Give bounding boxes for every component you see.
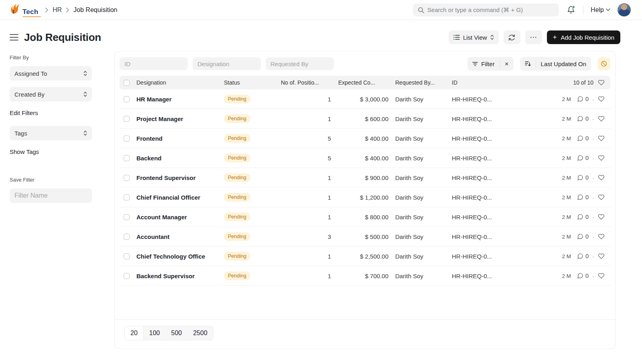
view-switcher-button[interactable]: List View — [449, 30, 499, 44]
sort-direction-button[interactable] — [520, 57, 536, 71]
app-logo[interactable]: Tech — [10, 3, 41, 17]
id-filter-input[interactable] — [120, 57, 188, 70]
table-row[interactable]: Accountant Pending 3 $ 500.00 Darith Soy… — [120, 227, 610, 247]
row-designation-link[interactable]: HR Manager — [136, 96, 224, 103]
column-header-status[interactable]: Status — [224, 79, 281, 86]
global-search[interactable] — [413, 4, 559, 16]
select-row-checkbox[interactable] — [124, 234, 130, 240]
column-header-id[interactable]: ID — [452, 79, 504, 86]
list-view-icon — [453, 34, 460, 40]
comment-icon — [577, 155, 583, 161]
select-row-checkbox[interactable] — [124, 155, 130, 161]
requested-by-filter-input[interactable] — [266, 57, 334, 70]
page-size-500[interactable]: 500 — [166, 326, 188, 340]
column-header-positions[interactable]: No of. Positio... — [281, 79, 331, 86]
tags-select[interactable]: Tags — [10, 126, 92, 140]
filter-button[interactable]: Filter — [467, 57, 499, 71]
row-comments-button[interactable]: 0 — [577, 115, 589, 122]
column-header-expected-cost[interactable]: Expected Co... — [331, 79, 388, 86]
search-input[interactable] — [427, 6, 554, 13]
row-expected-cost: $ 1,200.00 — [331, 194, 388, 201]
show-tags-link[interactable]: Show Tags — [10, 148, 39, 155]
row-requested-by: Darith Soy — [388, 273, 452, 279]
row-like-button[interactable] — [598, 194, 605, 200]
designation-filter-input[interactable] — [193, 57, 261, 70]
table-row[interactable]: HR Manager Pending 1 $ 3,000.00 Darith S… — [120, 89, 610, 109]
created-by-select[interactable]: Created By — [10, 87, 92, 101]
table-row[interactable]: Chief Technology Office Pending 1 $ 2,50… — [120, 247, 610, 266]
select-row-checkbox[interactable] — [124, 135, 130, 142]
row-comments-button[interactable]: 0 — [577, 253, 589, 259]
help-menu[interactable]: Help — [591, 6, 610, 14]
row-like-button[interactable] — [598, 96, 605, 102]
row-designation-link[interactable]: Backend — [136, 155, 224, 162]
notifications-button[interactable] — [566, 5, 576, 15]
more-actions-button[interactable]: ⋯ — [525, 30, 542, 44]
row-comments-button[interactable]: 0 — [577, 214, 589, 220]
row-designation-link[interactable]: Project Manager — [136, 115, 224, 122]
row-comments-button[interactable]: 0 — [577, 155, 589, 161]
row-like-button[interactable] — [598, 174, 605, 181]
filter-name-input[interactable] — [10, 188, 92, 203]
select-row-checkbox[interactable] — [124, 194, 130, 200]
refresh-button[interactable] — [504, 30, 520, 44]
row-designation-link[interactable]: Chief Technology Office — [136, 253, 224, 260]
row-comments-button[interactable]: 0 — [577, 273, 589, 279]
row-comments-button[interactable]: 0 — [577, 194, 589, 200]
page-size-2500[interactable]: 2500 — [187, 326, 213, 340]
list-footer: 20 100 500 2500 — [115, 319, 615, 348]
row-comments-button[interactable]: 0 — [577, 233, 589, 240]
page-size-20[interactable]: 20 — [125, 326, 144, 340]
row-comments-button[interactable]: 0 — [577, 174, 589, 181]
select-row-checkbox[interactable] — [124, 253, 130, 259]
list-filter-bar: Filter × Last Updated On — [115, 52, 615, 76]
breadcrumb-item-job-requisition[interactable]: Job Requisition — [73, 6, 117, 14]
table-row[interactable]: Project Manager Pending 1 $ 600.00 Darit… — [120, 109, 610, 129]
row-designation-link[interactable]: Account Manager — [136, 214, 224, 220]
table-row[interactable]: Chief Financial Officer Pending 1 $ 1,20… — [120, 188, 610, 207]
select-row-checkbox[interactable] — [124, 214, 130, 220]
row-designation-link[interactable]: Frontend — [136, 135, 224, 142]
select-row-checkbox[interactable] — [124, 96, 130, 102]
edit-filters-link[interactable]: Edit Filters — [10, 109, 38, 116]
select-row-checkbox[interactable] — [124, 116, 130, 122]
column-header-requested-by[interactable]: Requested By... — [388, 79, 452, 86]
add-job-requisition-button[interactable]: + Add Job Requisition — [547, 30, 620, 44]
clear-filter-button[interactable]: × — [500, 57, 514, 71]
row-like-button[interactable] — [598, 135, 605, 142]
status-badge: Pending — [224, 271, 250, 280]
row-comments-button[interactable]: 0 — [577, 135, 589, 142]
select-all-checkbox[interactable] — [124, 80, 130, 86]
sort-field-label: Last Updated On — [541, 61, 586, 67]
page-size-100[interactable]: 100 — [144, 326, 166, 340]
user-avatar[interactable] — [618, 3, 631, 16]
row-like-button[interactable] — [598, 253, 605, 259]
table-row[interactable]: Backend Pending 5 $ 400.00 Darith Soy HR… — [120, 148, 610, 168]
row-designation-link[interactable]: Accountant — [136, 233, 224, 240]
table-row[interactable]: Frontend Pending 5 $ 400.00 Darith Soy H… — [120, 129, 610, 148]
table-row[interactable]: Account Manager Pending 1 $ 800.00 Darit… — [120, 207, 610, 227]
row-like-button[interactable] — [598, 214, 605, 220]
breadcrumb-item-hr[interactable]: HR — [53, 6, 62, 14]
assigned-to-select[interactable]: Assigned To — [10, 66, 92, 81]
column-header-designation[interactable]: Designation — [136, 79, 224, 86]
select-row-checkbox[interactable] — [124, 175, 130, 181]
row-like-button[interactable] — [598, 273, 605, 279]
heart-icon — [598, 115, 605, 122]
row-designation-link[interactable]: Chief Financial Officer — [136, 194, 224, 201]
sidebar-toggle-button[interactable] — [10, 34, 18, 40]
table-row[interactable]: Frontend Supervisor Pending 1 $ 900.00 D… — [120, 168, 610, 188]
row-like-button[interactable] — [598, 233, 605, 240]
sort-field-button[interactable]: Last Updated On — [536, 57, 591, 71]
row-comments-button[interactable]: 0 — [577, 96, 589, 102]
row-like-button[interactable] — [598, 155, 605, 161]
row-designation-link[interactable]: Backend Supervisor — [136, 273, 224, 279]
row-like-button[interactable] — [598, 115, 605, 122]
row-status: Pending — [224, 212, 281, 221]
select-row-checkbox[interactable] — [124, 273, 130, 279]
filter-disable-button[interactable] — [597, 57, 610, 70]
table-row[interactable]: Backend Supervisor Pending 1 $ 700.00 Da… — [120, 266, 610, 286]
row-expected-cost: $ 700.00 — [331, 273, 388, 279]
liked-filter-button[interactable] — [598, 79, 605, 86]
row-designation-link[interactable]: Frontend Supervisor — [136, 174, 224, 181]
